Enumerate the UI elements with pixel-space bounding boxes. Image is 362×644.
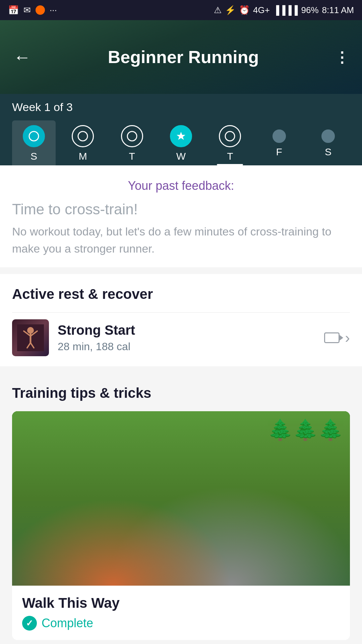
cross-train-description: No workout today, but let's do a few min…	[12, 223, 350, 257]
day-circle-tuesday	[121, 125, 143, 147]
circle-icon-monday	[77, 130, 88, 142]
day-saturday[interactable]: S	[306, 120, 350, 161]
svg-point-16	[203, 411, 290, 508]
svg-rect-25	[141, 488, 156, 522]
day-label-friday: F	[276, 146, 282, 158]
feedback-section: Your past feedback: Time to cross-train!…	[0, 165, 362, 267]
svg-point-29	[158, 450, 195, 487]
workout-thumbnail	[12, 319, 49, 356]
star-icon-wednesday	[175, 130, 187, 142]
bluetooth-icon: ⚡	[225, 5, 236, 15]
tip-card-image-svg	[12, 411, 350, 586]
svg-rect-20	[12, 552, 350, 586]
active-rest-title: Active rest & recover	[12, 286, 350, 302]
day-label-sunday: S	[31, 151, 37, 162]
workout-chevron-right[interactable]: ›	[345, 329, 350, 346]
day-sunday[interactable]: S	[12, 120, 56, 165]
workout-name: Strong Start	[58, 323, 324, 338]
day-label-thursday: T	[227, 151, 233, 162]
day-circle-saturday	[321, 129, 335, 143]
signal-icon: ▐▐▐▐	[273, 5, 298, 15]
workout-meta: 28 min, 188 cal	[58, 340, 324, 353]
svg-rect-12	[12, 411, 350, 586]
week-label: Week 1 of 3	[12, 101, 350, 114]
day-thursday[interactable]: T	[208, 120, 252, 165]
svg-point-30	[163, 438, 190, 472]
tip-card-status: ✓ Complete	[22, 616, 340, 631]
training-tips-section: Training tips & tricks	[0, 373, 362, 640]
status-bar: 📅 ✉ ··· ⚠ ⚡ ⏰ 4G+ ▐▐▐▐ 96% 8:11 AM	[0, 0, 362, 20]
check-circle-icon: ✓	[22, 616, 37, 631]
svg-point-18	[330, 411, 350, 505]
svg-rect-32	[195, 482, 210, 519]
week-navigation: Week 1 of 3 S M	[0, 94, 362, 165]
svg-point-23	[106, 455, 143, 482]
svg-point-15	[126, 411, 233, 512]
back-button[interactable]: ←	[12, 47, 32, 67]
svg-rect-28	[156, 478, 196, 539]
mail-icon: ✉	[23, 5, 31, 15]
workout-thumb-svg	[17, 324, 44, 351]
more-dots: ···	[50, 5, 57, 15]
day-label-tuesday: T	[129, 151, 135, 162]
cross-train-title: Time to cross-train!	[12, 201, 350, 218]
svg-point-6	[27, 327, 34, 334]
days-row: S M T	[12, 120, 350, 165]
notification-dot	[36, 5, 45, 15]
calendar-icon: 📅	[8, 5, 19, 15]
circle-icon-sunday	[28, 130, 40, 142]
svg-point-0	[29, 131, 39, 141]
svg-rect-24	[93, 488, 108, 522]
svg-point-2	[127, 131, 137, 141]
network-label: 4G+	[253, 5, 270, 15]
tip-card-image	[12, 411, 350, 586]
svg-rect-34	[177, 537, 196, 581]
svg-point-22	[108, 460, 141, 493]
day-circle-friday	[273, 129, 286, 143]
svg-point-14	[66, 411, 160, 508]
svg-point-4	[225, 131, 235, 141]
day-label-saturday: S	[325, 146, 331, 158]
workout-info: Strong Start 28 min, 188 cal	[58, 323, 324, 353]
day-circle-sunday	[23, 125, 45, 147]
day-underline-thursday	[217, 164, 243, 165]
svg-rect-26	[108, 535, 124, 579]
svg-rect-19	[12, 539, 350, 586]
svg-marker-3	[177, 132, 185, 140]
alert-icon: ⚠	[214, 5, 222, 15]
time-label: 8:11 AM	[322, 5, 354, 15]
day-tuesday[interactable]: T	[110, 120, 154, 165]
workout-item-strong-start[interactable]: Strong Start 28 min, 188 cal ›	[12, 312, 350, 366]
day-monday[interactable]: M	[61, 120, 105, 165]
tip-card-walk-this-way[interactable]: Walk This Way ✓ Complete	[12, 411, 350, 640]
circle-icon-thursday	[224, 130, 236, 142]
video-rect	[324, 332, 340, 343]
day-circle-monday	[72, 125, 94, 147]
video-icon	[324, 332, 340, 343]
main-content: Your past feedback: Time to cross-train!…	[0, 165, 362, 644]
tip-card-title: Walk This Way	[22, 595, 340, 611]
feedback-section-title: Your past feedback:	[12, 179, 350, 193]
svg-rect-31	[143, 482, 158, 519]
tip-card-body: Walk This Way ✓ Complete	[12, 586, 350, 640]
alarm-icon: ⏰	[239, 5, 250, 15]
circle-icon-tuesday	[126, 130, 138, 142]
day-wednesday[interactable]: W	[159, 120, 203, 165]
more-menu-button[interactable]: ⋮	[335, 49, 350, 66]
svg-point-17	[263, 411, 350, 519]
status-complete-label: Complete	[42, 616, 93, 630]
svg-rect-21	[106, 485, 143, 539]
workout-actions: ›	[324, 329, 350, 346]
day-label-wednesday: W	[176, 151, 186, 162]
training-tips-title: Training tips & tricks	[12, 385, 350, 401]
active-rest-section: Active rest & recover Strong Start	[0, 274, 362, 366]
status-left: 📅 ✉ ···	[8, 5, 57, 15]
page-header: ← Beginner Running ⋮	[0, 20, 362, 94]
page-title: Beginner Running	[32, 47, 335, 67]
svg-rect-33	[158, 537, 176, 581]
status-right: ⚠ ⚡ ⏰ 4G+ ▐▐▐▐ 96% 8:11 AM	[214, 5, 354, 15]
day-label-monday: M	[79, 151, 87, 162]
day-circle-thursday	[219, 125, 241, 147]
day-friday[interactable]: F	[257, 120, 301, 161]
svg-point-1	[78, 131, 87, 141]
